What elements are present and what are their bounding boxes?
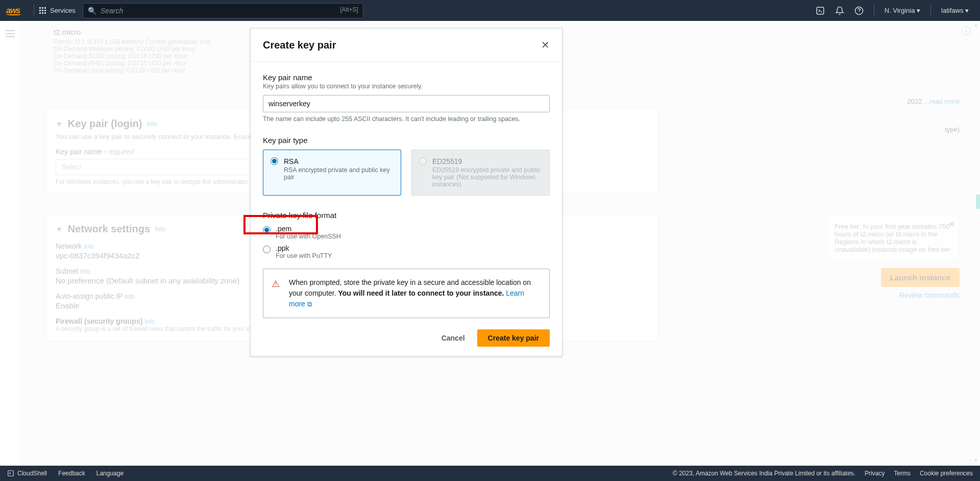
pem-desc: For use with OpenSSH [276, 233, 341, 240]
aws-logo-text: aws [6, 6, 20, 15]
modal-title: Create key pair [263, 39, 336, 51]
region-selector[interactable]: N. Virginia ▾ [879, 7, 925, 14]
create-keypair-modal: Create key pair ✕ Key pair name Key pair… [250, 28, 562, 356]
ed25519-desc: ED25519 encrypted private and public key… [432, 166, 542, 188]
ppk-radio[interactable] [263, 246, 271, 253]
help-icon[interactable] [849, 6, 869, 15]
search-icon: 🔍 [88, 7, 96, 15]
create-keypair-button[interactable]: Create key pair [477, 329, 550, 347]
warn-text2: You will need it later to connect to you… [338, 289, 504, 297]
search-shortcut: [Alt+S] [340, 6, 358, 13]
ppk-title: .ppk [276, 244, 332, 252]
account-menu[interactable]: latifaws ▾ [936, 7, 974, 14]
key-storage-warning: ⚠ When prompted, store the private key i… [263, 269, 550, 318]
key-format-label: Private key file format [263, 211, 550, 220]
copyright-text: © 2023, Amazon Web Services India Privat… [673, 470, 855, 477]
keypair-type-label: Key pair type [263, 136, 550, 145]
ppk-desc: For use with PuTTY [276, 252, 332, 259]
keypair-type-ed25519: ED25519 ED25519 encrypted private and pu… [411, 150, 550, 196]
language-link[interactable]: Language [96, 470, 124, 477]
feedback-link[interactable]: Feedback [58, 470, 85, 477]
cancel-button[interactable]: Cancel [436, 330, 470, 346]
top-nav: aws Services 🔍 [Alt+S] N. Virginia ▾ lat… [0, 0, 980, 21]
keypair-name-sub: Key pairs allow you to connect to your i… [263, 83, 550, 90]
pem-title: .pem [276, 225, 341, 233]
keypair-name-help: The name can include upto 255 ASCII char… [263, 115, 550, 123]
external-link-icon: ⧉ [307, 300, 312, 308]
warning-icon: ⚠ [272, 277, 280, 291]
notifications-icon[interactable] [830, 6, 849, 15]
search-input[interactable] [83, 3, 363, 18]
aws-logo[interactable]: aws [6, 6, 21, 15]
bottom-bar: CloudShell Feedback Language © 2023, Ama… [0, 466, 980, 481]
terms-link[interactable]: Terms [894, 470, 911, 477]
services-label: Services [50, 7, 76, 14]
format-pem-option[interactable]: .pem For use with OpenSSH [263, 225, 550, 240]
ed25519-radio [419, 157, 427, 165]
modal-close-button[interactable]: ✕ [541, 39, 550, 51]
rsa-radio[interactable] [271, 157, 278, 165]
global-search: 🔍 [Alt+S] [83, 3, 363, 18]
keypair-name-label: Key pair name [263, 73, 550, 82]
grid-icon [39, 7, 46, 14]
cookie-prefs-link[interactable]: Cookie preferences [920, 470, 973, 477]
cloudshell-icon[interactable] [811, 6, 830, 15]
rsa-desc: RSA encrypted private and public key pai… [284, 166, 394, 181]
services-menu[interactable]: Services [39, 7, 76, 14]
format-ppk-option[interactable]: .ppk For use with PuTTY [263, 244, 550, 259]
keypair-name-input[interactable] [263, 95, 550, 112]
rsa-title: RSA [284, 157, 394, 165]
cloudshell-link[interactable]: CloudShell [7, 470, 47, 477]
privacy-link[interactable]: Privacy [865, 470, 885, 477]
pem-radio[interactable] [263, 226, 271, 234]
ed25519-title: ED25519 [432, 157, 542, 165]
keypair-type-rsa[interactable]: RSA RSA encrypted private and public key… [263, 150, 401, 196]
